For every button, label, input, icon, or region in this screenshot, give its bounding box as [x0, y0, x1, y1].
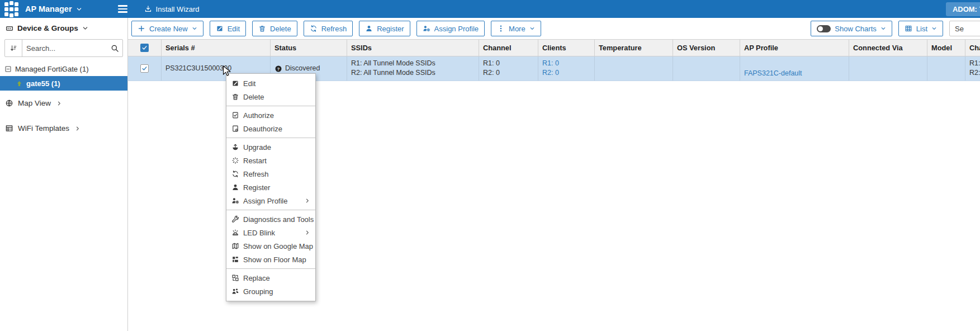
templates-list-icon: [5, 124, 13, 133]
column-header-ssids[interactable]: SSIDs: [347, 40, 479, 56]
context-menu-item-replace[interactable]: Replace: [226, 271, 315, 285]
search-input[interactable]: [22, 44, 107, 53]
assign-profile-button[interactable]: Assign Profile: [416, 21, 485, 36]
context-menu-item-led-blink[interactable]: LED Blink: [226, 226, 315, 239]
column-header-temperature[interactable]: Temperature: [595, 40, 673, 56]
edit-label: Edit: [228, 25, 240, 33]
device-icon: [6, 25, 13, 32]
trash-icon: [258, 25, 266, 32]
delete-label: Delete: [270, 25, 291, 33]
show-charts-toggle[interactable]: [817, 25, 831, 32]
cell-clients: R1: 0 R2: 0: [538, 56, 595, 81]
show-charts-label: Show Charts: [835, 25, 876, 33]
cell-temperature: [595, 56, 673, 81]
chevron-down-icon: [76, 6, 82, 12]
context-menu-item-register[interactable]: Register: [226, 181, 315, 194]
refresh-icon: [310, 25, 318, 32]
edit-button[interactable]: Edit: [210, 21, 246, 36]
ellipsis-vertical-icon: [497, 25, 505, 32]
person-icon: [231, 183, 239, 191]
column-header-channel-utilization[interactable]: Cha: [965, 40, 980, 56]
search-submit[interactable]: [107, 44, 122, 53]
cell-channel: R1: 0 R2: 0: [479, 56, 538, 81]
ap-profile-link[interactable]: FAPS321C-default: [744, 69, 802, 78]
app-title: AP Manager: [25, 4, 72, 13]
cell-os-version: [673, 56, 740, 81]
table-search-input[interactable]: Se: [949, 21, 980, 36]
sidebar: Device & Groups Managed FortiGate (1) ga…: [0, 18, 128, 331]
sort-button[interactable]: [5, 40, 22, 56]
fortinet-logo-icon: [4, 2, 18, 16]
chevron-right-icon: [75, 126, 81, 131]
context-menu-item-upgrade[interactable]: Upgrade: [226, 140, 315, 154]
adom-badge-label: ADOM: 70: [953, 5, 980, 13]
table-search-text: Se: [955, 25, 964, 33]
sidebar-collapse-button[interactable]: [118, 5, 127, 13]
adom-badge[interactable]: ADOM: 70: [946, 2, 980, 16]
chevron-down-icon: [931, 26, 937, 31]
tree-group-managed-fortigate[interactable]: Managed FortiGate (1): [0, 60, 127, 76]
column-header-serials[interactable]: Serials #: [162, 40, 271, 56]
context-menu-item-edit[interactable]: Edit: [226, 77, 315, 90]
column-header-connected-via[interactable]: Connected Via: [849, 40, 927, 56]
column-header-model[interactable]: Model: [927, 40, 965, 56]
globe-icon: [5, 99, 13, 107]
column-header-clients[interactable]: Clients: [538, 40, 595, 56]
refresh-button[interactable]: Refresh: [304, 21, 353, 36]
app-title-menu[interactable]: AP Manager: [25, 4, 82, 13]
list-view-button[interactable]: List: [898, 21, 943, 36]
cell-ap-profile: FAPS321C-default: [740, 56, 849, 81]
check-icon: [141, 45, 148, 51]
row-checkbox[interactable]: [140, 64, 149, 73]
clients-r2-link[interactable]: R2: 0: [542, 68, 590, 78]
map-view-label: Map View: [18, 99, 51, 107]
wrench-icon: [231, 215, 239, 223]
column-header-status[interactable]: Status: [271, 40, 347, 56]
context-menu: Edit Delete Authorize Deauthorize Upgrad…: [226, 73, 316, 301]
context-menu-item-assign-profile[interactable]: Assign Profile: [226, 194, 315, 207]
tree-group-label: Managed FortiGate (1): [15, 65, 89, 73]
table-header: Serials # Status SSIDs Channel Clients T…: [128, 39, 980, 56]
context-menu-item-refresh[interactable]: Refresh: [226, 167, 315, 181]
column-header-os-version[interactable]: OS Version: [673, 40, 740, 56]
edit-icon: [231, 79, 239, 87]
search-icon: [111, 44, 119, 53]
mouse-cursor: [222, 65, 232, 78]
person-gear-icon: [423, 25, 430, 32]
register-label: Register: [377, 25, 404, 33]
install-wizard-button[interactable]: Install Wizard: [144, 5, 200, 13]
chevron-down-icon: [529, 26, 535, 31]
refresh-icon: [231, 170, 239, 178]
up-arrow-icon: [16, 80, 23, 87]
register-button[interactable]: Register: [359, 21, 410, 36]
context-menu-item-show-google-map[interactable]: Show on Google Map: [226, 239, 315, 253]
device-groups-header[interactable]: Device & Groups: [0, 18, 127, 36]
people-group-icon: [231, 287, 239, 295]
column-header-ap-profile[interactable]: AP Profile: [740, 40, 849, 56]
create-new-label: Create New: [149, 25, 188, 33]
context-menu-item-diagnostics[interactable]: Diagnostics and Tools: [226, 212, 315, 226]
select-all-checkbox[interactable]: [140, 44, 149, 52]
chevron-right-icon: [56, 101, 62, 106]
sidebar-item-wifi-templates[interactable]: WiFi Templates: [0, 119, 127, 138]
context-menu-item-grouping[interactable]: Grouping: [226, 285, 315, 298]
cell-ssids: R1: All Tunnel Mode SSIDs R2: All Tunnel…: [347, 56, 479, 81]
show-charts-button[interactable]: Show Charts: [811, 21, 892, 36]
delete-button[interactable]: Delete: [252, 21, 297, 36]
sidebar-item-map-view[interactable]: Map View: [0, 94, 127, 112]
context-menu-item-restart[interactable]: Restart: [226, 154, 315, 167]
submenu-chevron-right-icon: [305, 198, 310, 204]
context-menu-item-show-floor-map[interactable]: Show on Floor Map: [226, 253, 315, 266]
chevron-down-icon: [880, 26, 886, 31]
context-menu-item-deauthorize[interactable]: Deauthorize: [226, 122, 315, 135]
context-menu-item-authorize[interactable]: Authorize: [226, 108, 315, 122]
column-header-channel[interactable]: Channel: [479, 40, 538, 56]
more-button[interactable]: More: [491, 21, 541, 36]
install-download-icon: [144, 5, 152, 13]
collapse-minus-icon: [4, 65, 12, 73]
context-menu-item-delete[interactable]: Delete: [226, 90, 315, 103]
clients-r1-link[interactable]: R1: 0: [542, 59, 590, 68]
create-new-button[interactable]: Create New: [131, 21, 203, 36]
submenu-chevron-right-icon: [305, 230, 310, 235]
tree-item-gate55[interactable]: gate55 (1): [0, 76, 127, 91]
